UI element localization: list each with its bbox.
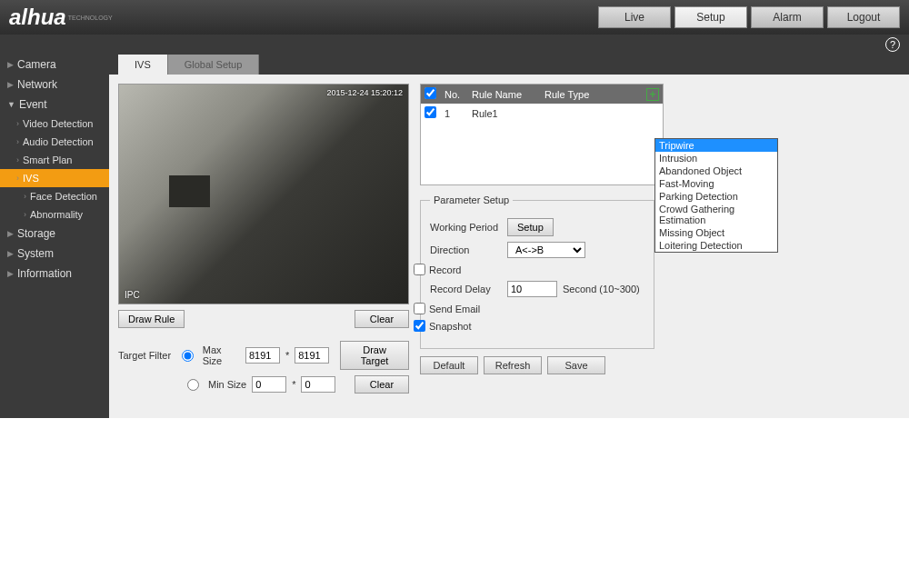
- clear-target-button[interactable]: Clear: [355, 375, 409, 394]
- sidebar-item-event[interactable]: ▼Event: [0, 95, 109, 115]
- tab-global-setup[interactable]: Global Setup: [168, 55, 260, 75]
- tabs: IVS Global Setup: [109, 55, 909, 75]
- snapshot-label: Snapshot: [429, 321, 471, 332]
- sidebar-item-information[interactable]: ▶Information: [0, 264, 109, 284]
- sidebar-item-ivs[interactable]: ›IVS: [0, 169, 109, 187]
- default-button[interactable]: Default: [420, 356, 478, 374]
- sidebar-item-abnormality[interactable]: ›Abnormality: [0, 205, 109, 224]
- max-size-label: Max Size: [203, 344, 240, 366]
- record-delay-label: Record Delay: [430, 284, 507, 294]
- help-icon[interactable]: ?: [885, 37, 900, 52]
- sidebar-item-storage[interactable]: ▶Storage: [0, 224, 109, 244]
- direction-select[interactable]: A<->B: [507, 242, 585, 258]
- rule-check-all[interactable]: [425, 87, 436, 99]
- video-timestamp: 2015-12-24 15:20:12: [326, 88, 403, 97]
- parameter-legend: Parameter Setup: [430, 194, 513, 205]
- snapshot-checkbox[interactable]: [414, 320, 425, 332]
- min-size-radio[interactable]: [187, 379, 199, 391]
- record-label: Record: [429, 264, 461, 275]
- working-period-setup-button[interactable]: Setup: [507, 218, 554, 236]
- rule-row-name: Rule1: [472, 108, 544, 119]
- sidebar-item-video-detection[interactable]: ›Video Detection: [0, 115, 109, 133]
- draw-rule-button[interactable]: Draw Rule: [118, 310, 185, 328]
- header-nav: Live Setup Alarm Logout: [598, 6, 900, 28]
- max-size-height[interactable]: [295, 347, 329, 364]
- refresh-button[interactable]: Refresh: [484, 356, 542, 374]
- rule-type-option[interactable]: Intrusion: [655, 152, 777, 164]
- record-checkbox[interactable]: [414, 264, 425, 275]
- min-size-width[interactable]: [252, 376, 286, 393]
- record-delay-unit: Second (10~300): [563, 284, 640, 294]
- brand-logo: alhua: [9, 5, 66, 30]
- add-rule-icon[interactable]: +: [646, 88, 659, 101]
- working-period-label: Working Period: [430, 222, 507, 233]
- rule-type-option[interactable]: Parking Detection: [655, 190, 777, 203]
- video-label: IPC: [125, 290, 140, 300]
- rule-type-option[interactable]: Abandoned Object: [655, 164, 777, 177]
- rule-type-option[interactable]: Loitering Detection: [655, 239, 777, 252]
- rule-type-option[interactable]: Missing Object: [655, 226, 777, 239]
- nav-setup[interactable]: Setup: [674, 6, 747, 28]
- min-size-height[interactable]: [301, 376, 335, 393]
- record-delay-input[interactable]: [507, 281, 557, 297]
- sidebar-item-face-detection[interactable]: ›Face Detection: [0, 187, 109, 205]
- rule-row[interactable]: 1 Rule1: [421, 104, 663, 123]
- min-size-label: Min Size: [208, 379, 246, 390]
- sidebar-item-system[interactable]: ▶System: [0, 244, 109, 264]
- nav-logout[interactable]: Logout: [827, 6, 900, 28]
- rule-row-check[interactable]: [425, 106, 436, 118]
- sidebar-item-audio-detection[interactable]: ›Audio Detection: [0, 133, 109, 151]
- sidebar-item-smart-plan[interactable]: ›Smart Plan: [0, 151, 109, 169]
- nav-alarm[interactable]: Alarm: [751, 6, 824, 28]
- sidebar: ▶Camera ▶Network ▼Event ›Video Detection…: [0, 55, 109, 418]
- rule-type-option[interactable]: Crowd Gathering Estimation: [655, 203, 777, 226]
- brand-sub: TECHNOLOGY: [68, 15, 113, 21]
- save-button[interactable]: Save: [547, 356, 605, 374]
- clear-rule-button[interactable]: Clear: [355, 310, 409, 328]
- col-no: No.: [445, 89, 472, 100]
- target-filter-label: Target Filter: [118, 350, 176, 361]
- parameter-setup: Parameter Setup Working Period Setup Dir…: [420, 194, 654, 349]
- rule-row-no: 1: [445, 108, 472, 119]
- nav-live[interactable]: Live: [598, 6, 671, 28]
- video-preview: 2015-12-24 15:20:12 IPC: [118, 84, 409, 304]
- rule-type-dropdown[interactable]: TripwireIntrusionAbandoned ObjectFast-Mo…: [654, 138, 778, 253]
- draw-target-button[interactable]: Draw Target: [340, 341, 409, 370]
- sidebar-item-network[interactable]: ▶Network: [0, 75, 109, 95]
- send-email-label: Send Email: [429, 304, 480, 314]
- send-email-checkbox[interactable]: [414, 303, 425, 314]
- direction-label: Direction: [430, 244, 507, 255]
- sidebar-item-camera[interactable]: ▶Camera: [0, 55, 109, 75]
- rule-type-option[interactable]: Tripwire: [655, 139, 777, 152]
- col-rule-type: Rule Type: [544, 89, 646, 100]
- col-rule-name: Rule Name: [472, 89, 544, 100]
- max-size-radio[interactable]: [182, 350, 194, 362]
- tab-ivs[interactable]: IVS: [118, 55, 168, 75]
- rule-type-option[interactable]: Fast-Moving: [655, 177, 777, 190]
- rule-table: No. Rule Name Rule Type + 1 Rule1: [420, 84, 664, 185]
- max-size-width[interactable]: [245, 347, 280, 364]
